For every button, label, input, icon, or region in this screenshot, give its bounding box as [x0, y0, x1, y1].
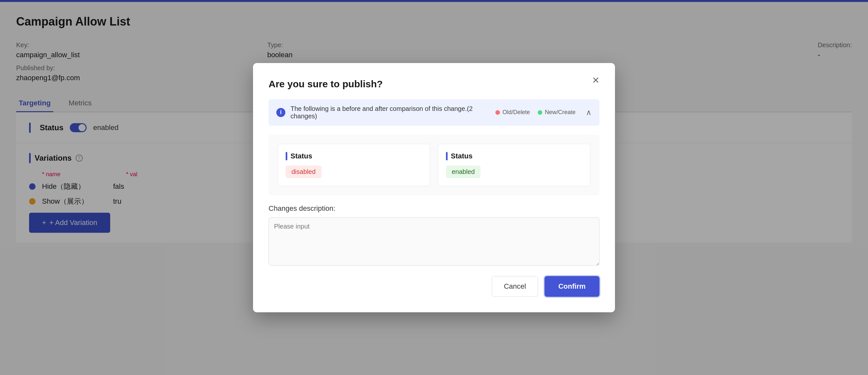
info-banner: i The following is a before and after co… [269, 99, 599, 126]
legend-new-label: New/Create [545, 109, 576, 116]
comp-value-old: disabled [286, 166, 321, 178]
cancel-button[interactable]: Cancel [492, 276, 538, 297]
comparison-grid: Status disabled Status enabled [269, 135, 599, 195]
confirm-button[interactable]: Confirm [545, 276, 599, 297]
publish-modal: Are you sure to publish? ✕ i The followi… [253, 63, 615, 312]
modal-overlay: Are you sure to publish? ✕ i The followi… [0, 0, 868, 375]
comp-header-new: Status [446, 152, 582, 160]
legend-dot-new [538, 110, 542, 115]
legend-new: New/Create [538, 109, 576, 116]
comp-value-new: enabled [446, 166, 480, 178]
comp-header-old: Status [286, 152, 422, 160]
collapse-icon[interactable]: ∧ [586, 108, 592, 117]
modal-close-button[interactable]: ✕ [592, 76, 599, 85]
legend-group: Old/Delete New/Create [495, 109, 576, 116]
info-banner-text: The following is a before and after comp… [290, 105, 490, 120]
comparison-col-old: Status disabled [278, 144, 430, 186]
comp-title-new: Status [451, 152, 472, 160]
legend-old-label: Old/Delete [502, 109, 530, 116]
changes-label: Changes description: [269, 204, 599, 213]
comparison-col-new: Status enabled [438, 144, 590, 186]
comp-bar-new [446, 152, 447, 160]
modal-footer: Cancel Confirm [269, 276, 599, 297]
modal-title: Are you sure to publish? [269, 79, 599, 90]
comp-bar-old [286, 152, 287, 160]
info-icon: i [276, 108, 285, 117]
changes-textarea[interactable] [269, 217, 599, 266]
comp-title-old: Status [290, 152, 312, 160]
legend-dot-old [495, 110, 500, 115]
legend-old: Old/Delete [495, 109, 530, 116]
